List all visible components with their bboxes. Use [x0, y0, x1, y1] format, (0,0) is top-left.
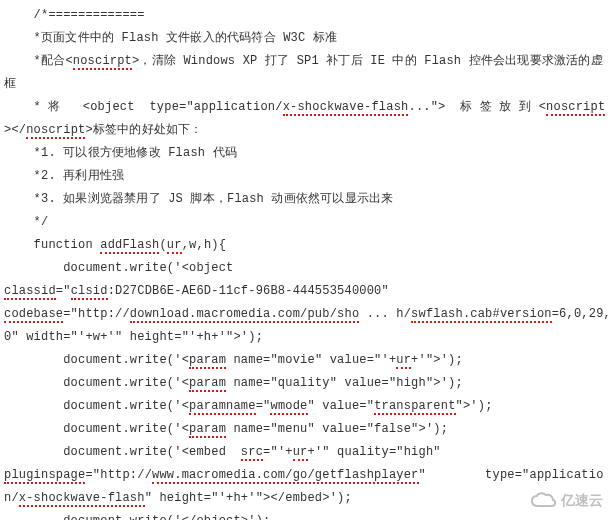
- spellcheck-underline: paramname: [189, 399, 256, 415]
- code-line: function addFlash(ur,w,h){: [4, 234, 611, 257]
- code-line: document.write('<param name="movie" valu…: [4, 349, 611, 372]
- spellcheck-underline: addFlash: [100, 238, 159, 254]
- code-line: classid="clsid:D27CDB6E-AE6D-11cf-96B8-4…: [4, 280, 611, 303]
- code-line: *1. 可以很方便地修改 Flash 代码: [4, 142, 611, 165]
- spellcheck-underline: x-shockwave-flash: [19, 491, 145, 507]
- watermark-logo: 亿速云: [531, 489, 603, 512]
- spellcheck-underline: noscirpt: [73, 54, 132, 70]
- spellcheck-underline: www.macromedia.com/go/getflashplayer: [152, 468, 418, 484]
- code-line: /*=============: [4, 4, 611, 27]
- code-line: * 将 <object type="application/x-shockwav…: [4, 96, 611, 142]
- watermark-text: 亿速云: [561, 489, 603, 512]
- code-line: *2. 再利用性强: [4, 165, 611, 188]
- code-line: document.write('<embed src="'+ur+'" qual…: [4, 441, 611, 464]
- spellcheck-underline: transparent: [374, 399, 455, 415]
- spellcheck-underline: ur: [167, 238, 182, 254]
- spellcheck-underline: param: [189, 353, 226, 369]
- spellcheck-underline: x-shockwave-flash: [283, 100, 409, 116]
- spellcheck-underline: src: [241, 445, 263, 461]
- code-line: pluginspage="http://www.macromedia.com/g…: [4, 464, 611, 510]
- code-line: *配合<noscirpt>，清除 Windows XP 打了 SP1 补丁后 I…: [4, 50, 611, 96]
- code-line: codebase="http://download.macromedia.com…: [4, 303, 611, 349]
- spellcheck-underline: param: [189, 376, 226, 392]
- spellcheck-underline: noscript: [546, 100, 605, 116]
- code-line: *3. 如果浏览器禁用了 JS 脚本，Flash 动画依然可以显示出来: [4, 188, 611, 211]
- spellcheck-underline: noscript: [26, 123, 85, 139]
- code-line: document.write('<paramname="wmode" value…: [4, 395, 611, 418]
- spellcheck-underline: codebase: [4, 307, 63, 323]
- code-line: document.write('<param name="menu" value…: [4, 418, 611, 441]
- spellcheck-underline: clsid: [71, 284, 108, 300]
- spellcheck-underline: param: [189, 422, 226, 438]
- code-line: */: [4, 211, 611, 234]
- code-line: document.write('<param name="quality" va…: [4, 372, 611, 395]
- spellcheck-underline: classid: [4, 284, 56, 300]
- cloud-icon: [531, 492, 557, 510]
- spellcheck-underline: wmode: [270, 399, 307, 415]
- code-line: document.write('</object>');: [4, 510, 611, 520]
- spellcheck-underline: pluginspage: [4, 468, 85, 484]
- spellcheck-underline: ur: [293, 445, 308, 461]
- code-block: /*============= *页面文件中的 Flash 文件嵌入的代码符合 …: [4, 4, 611, 520]
- spellcheck-underline: download.macromedia.com/pub/sho: [130, 307, 359, 323]
- spellcheck-underline: ur: [396, 353, 411, 369]
- code-line: *页面文件中的 Flash 文件嵌入的代码符合 W3C 标准: [4, 27, 611, 50]
- spellcheck-underline: swflash.cab#version: [411, 307, 552, 323]
- code-line: document.write('<object: [4, 257, 611, 280]
